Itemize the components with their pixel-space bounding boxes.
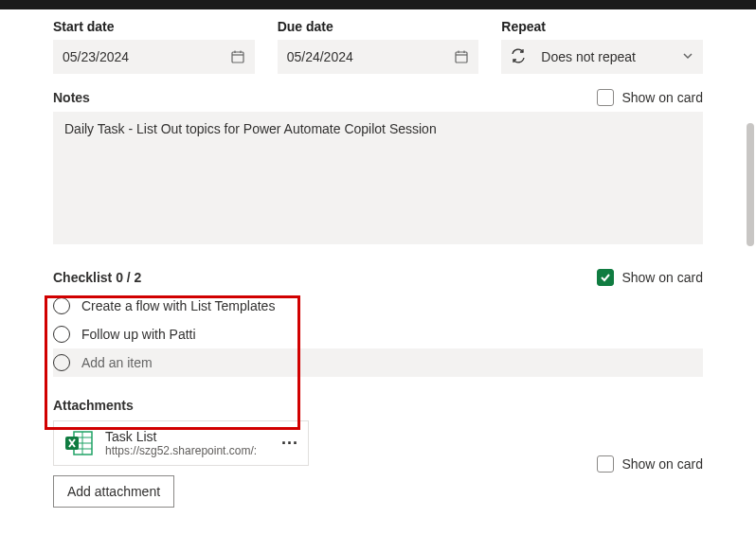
scrollbar-thumb[interactable] (747, 123, 754, 246)
attachments-section: Attachments (53, 398, 703, 508)
repeat-value: Does not repeat (541, 49, 673, 64)
notes-header: Notes Show on card (53, 89, 703, 106)
attachment-title: Task List (105, 429, 270, 444)
attachments-row: Task List https://szg52.sharepoint.com/:… (53, 420, 703, 508)
checklist-label: Checklist 0 / 2 (53, 270, 141, 285)
add-attachment-button[interactable]: Add attachment (53, 475, 174, 508)
start-date-field[interactable]: 05/23/2024 (53, 40, 255, 74)
checkbox-icon (597, 89, 614, 106)
calendar-icon (454, 49, 469, 64)
show-on-card-text: Show on card (621, 90, 703, 105)
more-icon[interactable]: ··· (281, 434, 298, 454)
attachments-label: Attachments (53, 398, 703, 413)
radio-unchecked-icon[interactable] (53, 297, 70, 314)
checklist-add-item[interactable]: Add an item (53, 348, 703, 377)
checklist-item-text: Create a flow with List Templates (81, 298, 275, 313)
checklist-section: Checklist 0 / 2 Show on card Create a fl… (53, 269, 703, 377)
task-detail-panel: Start date 05/23/2024 Due date 05/24/202… (0, 9, 756, 508)
start-date-value: 05/23/2024 (63, 49, 129, 64)
attachment-subtitle: https://szg52.sharepoint.com/: (105, 444, 270, 457)
date-row: Start date 05/23/2024 Due date 05/24/202… (53, 19, 703, 74)
svg-rect-4 (456, 52, 467, 62)
notes-textarea[interactable] (53, 112, 703, 244)
attachment-meta: Task List https://szg52.sharepoint.com/: (105, 429, 270, 457)
due-date-col: Due date 05/24/2024 (278, 19, 479, 74)
due-date-field[interactable]: 05/24/2024 (278, 40, 479, 74)
due-date-label: Due date (278, 19, 479, 34)
start-date-col: Start date 05/23/2024 (53, 19, 255, 74)
show-on-card-text: Show on card (621, 456, 703, 472)
repeat-label: Repeat (501, 19, 703, 34)
checklist-show-on-card[interactable]: Show on card (597, 269, 703, 286)
checklist-item[interactable]: Create a flow with List Templates (53, 292, 703, 320)
attachments-show-on-card[interactable]: Show on card (597, 455, 703, 473)
excel-file-icon (63, 430, 94, 456)
show-on-card-text: Show on card (621, 270, 703, 285)
checkbox-icon (597, 455, 614, 473)
repeat-icon (511, 48, 526, 66)
window-top-bar (0, 0, 756, 9)
notes-label: Notes (53, 90, 90, 105)
radio-unchecked-icon[interactable] (53, 326, 70, 343)
calendar-icon (230, 49, 245, 64)
due-date-value: 05/24/2024 (287, 49, 353, 64)
radio-unchecked-icon (53, 354, 70, 371)
notes-show-on-card[interactable]: Show on card (597, 89, 703, 106)
chevron-down-icon (682, 49, 693, 64)
repeat-field[interactable]: Does not repeat (501, 40, 703, 74)
start-date-label: Start date (53, 19, 255, 34)
checklist-header: Checklist 0 / 2 Show on card (53, 269, 703, 286)
repeat-col: Repeat Does not repeat (501, 19, 703, 74)
add-item-placeholder: Add an item (81, 355, 153, 370)
checklist-item[interactable]: Follow up with Patti (53, 320, 703, 348)
checkbox-checked-icon (597, 269, 614, 286)
attachment-card[interactable]: Task List https://szg52.sharepoint.com/:… (53, 420, 309, 466)
checklist-item-text: Follow up with Patti (81, 327, 196, 342)
svg-rect-0 (232, 52, 243, 62)
